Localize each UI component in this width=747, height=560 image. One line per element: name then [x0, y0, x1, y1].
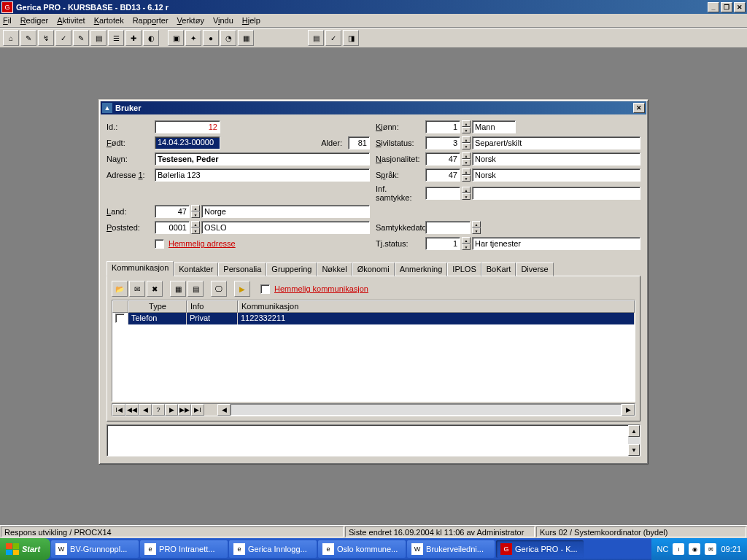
sivilstatus-code-field[interactable]	[425, 136, 460, 149]
tab-diverse[interactable]: Diverse	[516, 262, 553, 276]
sprak-code-field[interactable]	[425, 168, 460, 182]
toolbar-btn-4[interactable]: ✓	[55, 30, 71, 46]
infsamtykke-code-field[interactable]	[425, 187, 460, 200]
toolbar-btn-1[interactable]: ⌂	[3, 30, 19, 46]
sprak-name-field[interactable]	[472, 168, 640, 182]
panel-btn-view2[interactable]: ▤	[187, 281, 204, 297]
hemmelig-adresse-checkbox[interactable]	[155, 239, 164, 249]
menu-hjelp[interactable]: Hjelp	[242, 16, 260, 25]
fodt-field[interactable]: 14.04.23-00000	[155, 136, 220, 149]
taskbar-item-3[interactable]: eOslo kommune...	[318, 540, 406, 558]
nav-next[interactable]: ▶	[165, 404, 178, 416]
menu-rediger[interactable]: Rediger	[20, 16, 49, 25]
tjstatus-code-field[interactable]	[425, 237, 460, 250]
panel-btn-edit[interactable]: ✉	[129, 281, 145, 297]
poststed-code-field[interactable]	[155, 221, 190, 234]
tray-nc[interactable]: NC	[657, 545, 669, 553]
nav-prevpage[interactable]: ◀◀	[125, 404, 139, 416]
th-type[interactable]: Type	[128, 300, 187, 313]
nasjonalitet-code-field[interactable]	[425, 152, 460, 166]
kjonn-spinner[interactable]: ▲▼	[462, 120, 471, 133]
poststed-spinner[interactable]: ▲▼	[191, 221, 200, 234]
menu-aktivitet[interactable]: Aktivitet	[57, 16, 85, 25]
nasjonalitet-name-field[interactable]	[472, 152, 640, 166]
row-checkbox[interactable]	[115, 314, 125, 323]
tab-bokart[interactable]: BoKart	[481, 262, 516, 276]
menu-rapporter[interactable]: Rapporter	[133, 16, 169, 25]
panel-btn-delete[interactable]: ✖	[147, 281, 163, 297]
restore-button[interactable]: ❐	[721, 2, 732, 12]
tray-icon-2[interactable]: ◉	[689, 543, 700, 555]
sprak-spinner[interactable]: ▲▼	[462, 168, 471, 182]
toolbar-btn-7[interactable]: ☰	[108, 30, 124, 46]
menu-verktoy[interactable]: Verktøy	[177, 16, 204, 25]
land-name-field[interactable]	[201, 205, 370, 218]
tab-okonomi[interactable]: Økonomi	[352, 262, 395, 276]
nav-nextpage[interactable]: ▶▶	[178, 404, 191, 416]
adresse1-field[interactable]	[155, 168, 370, 182]
close-button[interactable]: ✕	[734, 2, 746, 12]
panel-btn-screen[interactable]: 🖵	[211, 281, 227, 297]
land-spinner[interactable]: ▲▼	[191, 205, 200, 218]
th-komm[interactable]: Kommunikasjon	[238, 300, 635, 313]
menu-fil[interactable]: Fil	[3, 16, 12, 25]
toolbar-btn-17[interactable]: ◨	[343, 30, 359, 46]
scroll-down-icon[interactable]: ▼	[628, 444, 640, 456]
minimize-button[interactable]: _	[708, 2, 719, 12]
sivilstatus-name-field[interactable]	[472, 136, 640, 149]
toolbar-btn-2[interactable]: ✎	[20, 30, 36, 46]
th-check[interactable]	[112, 300, 128, 313]
navn-field[interactable]	[155, 152, 370, 166]
toolbar-btn-16[interactable]: ✓	[325, 30, 341, 46]
infsamtykke-name-field[interactable]	[472, 187, 640, 200]
tab-kontakter[interactable]: Kontakter	[174, 262, 218, 276]
tab-iplos[interactable]: IPLOS	[447, 262, 481, 276]
nav-last[interactable]: ▶I	[191, 404, 204, 416]
panel-btn-new[interactable]: 📂	[112, 281, 128, 297]
tjstatus-spinner[interactable]: ▲▼	[462, 237, 471, 250]
toolbar-btn-15[interactable]: ▤	[308, 30, 324, 46]
start-button[interactable]: Start	[0, 538, 50, 560]
tab-nokkel[interactable]: Nøkkel	[317, 262, 352, 276]
taskbar-item-4[interactable]: WBrukerveiledni...	[407, 540, 495, 558]
toolbar-btn-6[interactable]: ▤	[90, 30, 107, 46]
taskbar-item-5[interactable]: GGerica PRO - K...	[496, 540, 584, 558]
tjstatus-name-field[interactable]	[472, 237, 640, 250]
taskbar-item-1[interactable]: ePRO Intranett...	[140, 540, 228, 558]
samtykkedato-field[interactable]	[425, 221, 471, 234]
toolbar-btn-9[interactable]: ◐	[143, 30, 159, 46]
nav-scroll-left[interactable]: ◀	[217, 404, 231, 416]
nav-first[interactable]: I◀	[112, 404, 125, 416]
tray-icon-3[interactable]: ✉	[705, 543, 716, 555]
tray-icon-1[interactable]: i	[673, 543, 684, 555]
notes-textarea[interactable]: ▲ ▼	[107, 424, 640, 456]
toolbar-btn-11[interactable]: ✦	[185, 30, 201, 46]
tab-kommunikasjon[interactable]: Kommunikasjon	[107, 261, 174, 276]
kjonn-name-field[interactable]	[472, 120, 516, 133]
tab-gruppering[interactable]: Gruppering	[266, 262, 317, 276]
tab-anmerkning[interactable]: Anmerkning	[395, 262, 448, 276]
nav-scroll-right[interactable]: ▶	[622, 404, 635, 416]
scroll-up-icon[interactable]: ▲	[628, 425, 640, 437]
toolbar-btn-8[interactable]: ✚	[125, 30, 142, 46]
bruker-close-button[interactable]: ✕	[633, 103, 645, 113]
nasjonalitet-spinner[interactable]: ▲▼	[462, 152, 471, 166]
tray-clock[interactable]: 09:21	[721, 545, 741, 553]
toolbar-btn-14[interactable]: ▦	[238, 30, 254, 46]
toolbar-btn-3[interactable]: ↯	[38, 30, 54, 46]
toolbar-btn-10[interactable]: ▣	[168, 30, 184, 46]
menu-vindu[interactable]: Vindu	[213, 16, 233, 25]
panel-btn-view1[interactable]: ▦	[170, 281, 186, 297]
poststed-name-field[interactable]	[201, 221, 370, 234]
id-field[interactable]	[155, 120, 220, 133]
toolbar-btn-13[interactable]: ◔	[220, 30, 236, 46]
taskbar-item-2[interactable]: eGerica Innlogg...	[229, 540, 317, 558]
nav-help[interactable]: ?	[152, 404, 165, 416]
th-info[interactable]: Info	[187, 300, 238, 313]
kjonn-code-field[interactable]	[425, 120, 460, 133]
land-code-field[interactable]	[155, 205, 190, 218]
notes-scrollbar[interactable]: ▲ ▼	[628, 425, 640, 456]
menu-kartotek[interactable]: Kartotek	[94, 16, 124, 25]
hemmelig-komm-checkbox[interactable]	[260, 284, 270, 294]
infsamtykke-spinner[interactable]: ▲▼	[462, 187, 471, 200]
